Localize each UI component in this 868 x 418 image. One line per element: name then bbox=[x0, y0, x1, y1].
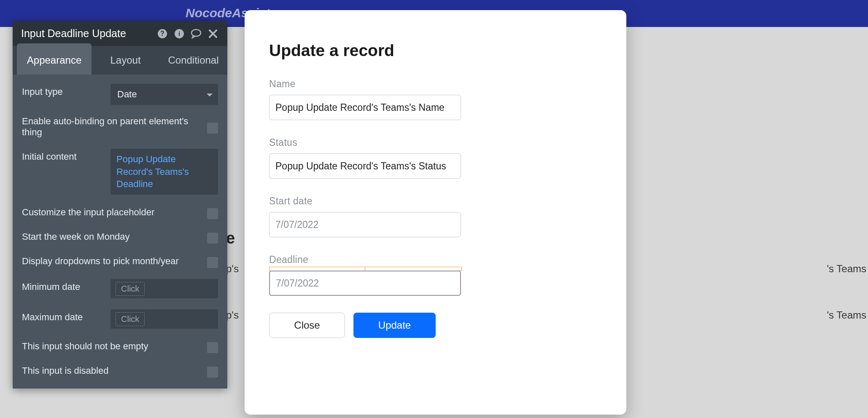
close-button[interactable]: Close bbox=[269, 313, 345, 338]
bg-right-fragment-1: 's Teams bbox=[827, 263, 866, 275]
panel-tabs: Appearance Layout Conditional bbox=[13, 46, 227, 75]
property-panel: Input Deadline Update ? i Appearance Lay… bbox=[13, 21, 227, 389]
selection-handles[interactable] bbox=[269, 267, 462, 271]
name-label: Name bbox=[269, 78, 602, 90]
deadline-label: Deadline bbox=[269, 254, 602, 265]
comment-icon[interactable] bbox=[190, 28, 202, 40]
disabled-label: This input is disabled bbox=[22, 365, 201, 376]
display-dropdowns-checkbox[interactable] bbox=[207, 257, 218, 268]
autobind-checkbox[interactable] bbox=[207, 123, 218, 134]
not-empty-checkbox[interactable] bbox=[207, 342, 218, 353]
panel-body: Input type Date Enable auto-binding on p… bbox=[13, 75, 227, 389]
bg-cell-fragment-1: p's bbox=[226, 263, 239, 275]
tab-appearance[interactable]: Appearance bbox=[17, 43, 92, 75]
svg-point-4 bbox=[191, 29, 201, 36]
info-icon[interactable]: i bbox=[173, 28, 185, 40]
max-date-label: Maximum date bbox=[22, 309, 105, 323]
initial-content-value[interactable]: Popup Update Record's Teams's Deadline bbox=[111, 149, 218, 195]
max-date-input[interactable]: Click bbox=[111, 309, 218, 329]
not-empty-label: This input should not be empty bbox=[22, 341, 201, 352]
min-date-label: Minimum date bbox=[22, 279, 105, 292]
property-panel-header[interactable]: Input Deadline Update ? i bbox=[13, 21, 227, 46]
deadline-input[interactable]: 7/07/2022 bbox=[269, 271, 461, 296]
start-date-input[interactable]: 7/07/2022 bbox=[269, 212, 461, 237]
chevron-down-icon bbox=[206, 89, 213, 100]
input-type-select[interactable]: Date bbox=[111, 84, 218, 105]
name-input[interactable]: Popup Update Record's Teams's Name bbox=[269, 95, 461, 120]
update-button[interactable]: Update bbox=[353, 313, 436, 338]
autobind-label: Enable auto-binding on parent element's … bbox=[22, 116, 201, 138]
tab-conditional[interactable]: Conditional bbox=[159, 46, 227, 75]
input-type-label: Input type bbox=[22, 84, 105, 97]
disabled-checkbox[interactable] bbox=[207, 367, 218, 378]
panel-title: Input Deadline Update bbox=[21, 27, 156, 40]
start-week-checkbox[interactable] bbox=[207, 233, 218, 244]
help-icon[interactable]: ? bbox=[156, 28, 168, 40]
svg-text:?: ? bbox=[160, 30, 164, 37]
initial-content-label: Initial content bbox=[22, 149, 105, 162]
start-week-label: Start the week on Monday bbox=[22, 231, 201, 242]
modal-title: Update a record bbox=[269, 41, 602, 60]
tab-layout[interactable]: Layout bbox=[92, 46, 159, 75]
bg-cell-fragment-2: p's bbox=[226, 309, 239, 321]
bg-right-fragment-2: 's Teams bbox=[827, 309, 866, 321]
display-dropdowns-label: Display dropdowns to pick month/year bbox=[22, 256, 201, 267]
customize-placeholder-checkbox[interactable] bbox=[207, 208, 218, 219]
close-icon[interactable] bbox=[207, 28, 219, 40]
svg-text:i: i bbox=[178, 30, 180, 37]
min-date-input[interactable]: Click bbox=[111, 279, 218, 298]
bg-heading-fragment: e bbox=[226, 229, 235, 247]
start-date-label: Start date bbox=[269, 196, 602, 207]
customize-placeholder-label: Customize the input placeholder bbox=[22, 207, 201, 218]
update-record-modal: Update a record Name Popup Update Record… bbox=[245, 10, 626, 415]
status-input[interactable]: Popup Update Record's Teams's Status bbox=[269, 153, 461, 179]
status-label: Status bbox=[269, 137, 602, 148]
